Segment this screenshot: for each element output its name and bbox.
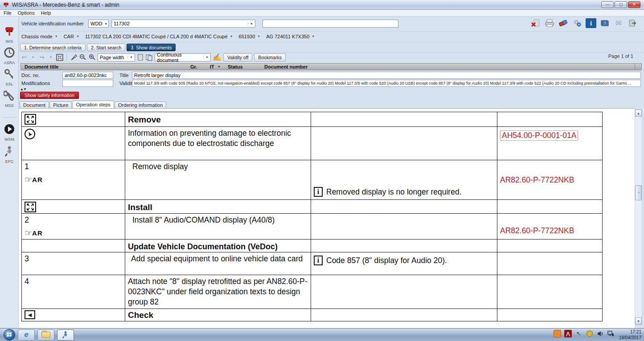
zoom-out-icon[interactable] <box>79 53 86 61</box>
chevron-down-icon[interactable]: ▼ <box>257 35 260 38</box>
annotate-hand-icon[interactable]: ✍ <box>213 53 222 61</box>
document-mode-select[interactable]: Continuous document ▼ <box>155 53 211 61</box>
step-show-documents-button[interactable]: 3. Show documents <box>127 44 176 51</box>
nav-forward-icon[interactable]: ↪ <box>38 53 45 61</box>
single-page-icon[interactable] <box>137 53 144 61</box>
step-determine-criteria-button[interactable]: 1. Determine search criteria <box>20 44 86 51</box>
chevron-down-icon[interactable]: ▼ <box>55 35 58 38</box>
chassis-engine-value[interactable]: 651930 <box>239 34 255 39</box>
minimize-button[interactable]: — <box>601 1 614 8</box>
sidebar-item-mss[interactable]: MSS <box>0 89 19 108</box>
col-status[interactable]: Status <box>228 64 243 69</box>
print-button[interactable] <box>544 18 555 28</box>
chassis-mode-value[interactable]: CAR <box>64 34 74 39</box>
folder-icon <box>41 332 50 338</box>
chassis-transmission-value[interactable]: AG 724011 K7X350 <box>266 34 309 39</box>
eraser-button[interactable] <box>558 18 569 28</box>
tray-icon-pointer[interactable]: ↖ <box>575 330 582 337</box>
sidebar-item-wsm[interactable]: WSM <box>0 123 19 142</box>
maximize-button[interactable]: ▢ <box>615 1 627 8</box>
settings-gears-button[interactable] <box>572 18 582 28</box>
vin-aux-input[interactable] <box>263 20 398 28</box>
menu-file[interactable]: File <box>4 10 12 16</box>
show-safety-information-button[interactable]: Show safety information <box>20 92 79 99</box>
tray-icon-volume[interactable] <box>596 330 604 337</box>
chevron-down-icon[interactable]: ▼ <box>127 56 135 59</box>
bookmarks-button[interactable]: Bookmarks <box>254 53 286 61</box>
validity-toggle-button[interactable]: Validity off <box>223 53 252 61</box>
col-document-number[interactable]: Document number <box>264 64 308 69</box>
windows-logo-icon <box>7 332 12 337</box>
col-document-title[interactable]: Document title <box>25 64 58 69</box>
chevron-down-icon[interactable]: ▼ <box>102 22 109 25</box>
start-button[interactable] <box>4 329 15 341</box>
nav-back-icon[interactable]: ↩ <box>21 53 28 61</box>
modifications-input[interactable] <box>62 80 113 87</box>
internet-explorer-icon: e <box>24 330 28 339</box>
taskbar-item-explorer[interactable] <box>37 329 54 341</box>
chassis-model-value[interactable]: 117302 CLA 200 CDI 4MATIC Coupé / CLA 20… <box>85 34 228 39</box>
col-gr[interactable]: Gr. <box>190 64 197 69</box>
scrollbar-thumb[interactable]: ≡ <box>635 185 642 200</box>
note-text: Code 857 (8" display for Audio 20). <box>326 256 447 265</box>
operation-text: Information on preventing damage to elec… <box>125 127 311 160</box>
tray-icon-updates[interactable] <box>554 330 561 337</box>
chevron-down-icon[interactable]: ▼ <box>248 22 255 25</box>
hand-pointer-icon: ☞ <box>25 176 32 183</box>
vin-prefix-value: WDD <box>90 21 102 26</box>
app-logo-icon <box>3 2 9 8</box>
zoom-in-icon[interactable] <box>88 53 96 61</box>
exit-button[interactable] <box>627 18 638 28</box>
chevron-down-icon[interactable]: ▼ <box>76 35 79 38</box>
vin-number-select[interactable]: 117302 ▼ <box>111 20 255 28</box>
document-code-link[interactable]: AR82.60-P-7722NKB <box>500 226 574 235</box>
step-number: 2 <box>25 215 29 224</box>
page-preview-icon[interactable] <box>70 53 77 61</box>
facing-pages-icon[interactable] <box>146 53 153 61</box>
taskbar-item-wis-app[interactable] <box>57 329 74 341</box>
chevron-down-icon[interactable]: ▼ <box>312 35 315 38</box>
discard-document-button[interactable] <box>530 18 541 28</box>
sidebar-item-ssl[interactable]: SSL <box>0 68 19 86</box>
close-button[interactable]: ✕ <box>628 1 640 8</box>
tray-icon-network[interactable] <box>607 330 615 337</box>
tab-picture[interactable]: Picture <box>49 101 72 108</box>
chevron-down-icon[interactable]: ▼ <box>29 53 37 61</box>
step-start-search-button[interactable]: 2. Start search <box>87 44 125 51</box>
fit-window-icon[interactable] <box>56 53 63 61</box>
mail-button[interactable]: ✉ <box>613 18 624 28</box>
sort-caret-icon[interactable]: ▼ <box>217 65 221 68</box>
table-row: 1 ☞ AR Remove display i Removed display … <box>22 160 602 200</box>
sidebar-item-asra[interactable]: ASRA <box>0 47 19 65</box>
info-button[interactable]: i <box>586 18 596 28</box>
help-book-button[interactable]: ? <box>599 18 610 28</box>
scroll-up-button[interactable]: ▲ <box>635 110 642 117</box>
col-it[interactable]: IT <box>210 64 214 69</box>
viewer-scrollbar[interactable]: ▲ ≡ ▼ <box>635 109 642 325</box>
tray-icon-pdf[interactable]: ⋀ <box>564 330 572 337</box>
document-code-link[interactable]: AR82.60-P-7722NKB <box>500 175 574 185</box>
document-list-header: Document title Gr. IT ▼ Status Document … <box>21 63 635 70</box>
zoom-mode-select[interactable]: Page width ▼ <box>98 53 135 61</box>
scroll-down-button[interactable]: ▼ <box>635 317 642 325</box>
hand-label: AR <box>32 229 43 237</box>
tab-ordering-information[interactable]: Ordering information <box>115 101 166 108</box>
sidebar-item-wis[interactable]: WIS <box>0 25 19 44</box>
document-code-link[interactable]: AH54.00-P-0001-01A <box>500 130 578 141</box>
menu-options[interactable]: Options <box>18 10 35 16</box>
taskbar-item-browser[interactable]: e <box>18 329 35 341</box>
tab-document[interactable]: Document <box>20 101 49 108</box>
chevron-down-icon[interactable]: ▼ <box>47 53 54 61</box>
menu-bar: File Options Help <box>0 10 644 16</box>
taskbar-clock[interactable]: 17:21 19/04/2017 <box>619 329 641 341</box>
vin-prefix-select[interactable]: WDD ▼ <box>88 20 109 28</box>
chevron-down-icon[interactable]: ▼ <box>230 35 233 38</box>
menu-help[interactable]: Help <box>41 10 51 16</box>
doc-title-field: Retrofit larger display <box>132 72 641 79</box>
splitter-arrows-icon[interactable]: ▲▼ <box>20 87 26 91</box>
tray-icon-security-shield[interactable] <box>586 330 593 337</box>
doc-no-input[interactable] <box>62 72 113 79</box>
chevron-down-icon[interactable]: ▼ <box>203 56 210 59</box>
sidebar-item-epc[interactable]: EPC <box>0 146 19 164</box>
tab-operation-steps[interactable]: Operation steps <box>72 101 114 108</box>
